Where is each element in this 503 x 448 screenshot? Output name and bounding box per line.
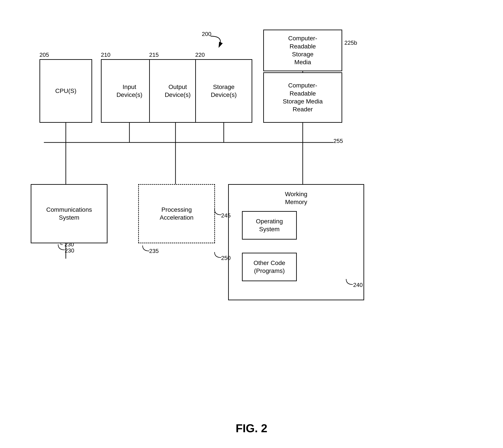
ref-220: 220 [195, 51, 205, 58]
ref-200: 200 [202, 31, 211, 37]
ref-215: 215 [149, 51, 159, 58]
output-label: OutputDevice(s) [165, 83, 191, 99]
ref-245-text: 245 [221, 212, 231, 219]
ref-235-text: 235 [149, 248, 159, 255]
proc-label: ProcessingAcceleration [160, 206, 193, 222]
ref-205: 205 [39, 51, 49, 58]
comm-box: CommunicationsSystem [31, 184, 107, 243]
os-box: OperatingSystem [242, 211, 297, 240]
storage-label: StorageDevice(s) [211, 83, 237, 99]
crsm-box: Computer-ReadableStorageMedia [263, 30, 342, 71]
crsm-reader-box: Computer-ReadableStorage MediaReader [263, 72, 342, 123]
crsm-label: Computer-ReadableStorageMedia [288, 34, 317, 66]
ref-250-text: 250 [221, 255, 231, 261]
ref-210: 210 [101, 51, 110, 58]
cpu-box: CPU(S) [39, 59, 92, 123]
ref-225b: 225b [344, 39, 357, 46]
ref-230-text: 230 [65, 247, 74, 254]
working-memory-title: WorkingMemory [229, 190, 364, 206]
crsm-reader-label: Computer-ReadableStorage MediaReader [283, 81, 323, 113]
working-memory-box: WorkingMemory OperatingSystem Other Code… [228, 184, 364, 300]
ref-255: 255 [334, 138, 343, 144]
ref-240-text: 240 [353, 282, 363, 288]
os-label: OperatingSystem [256, 217, 283, 233]
diagram: 200 205 CPU(S) 210 InputDevice(s) 215 Ou… [22, 17, 483, 412]
storage-box: StorageDevice(s) [195, 59, 252, 123]
other-code-box: Other Code(Programs) [242, 253, 297, 281]
comm-label: CommunicationsSystem [46, 206, 92, 222]
fig-caption: FIG. 2 [235, 422, 267, 435]
other-code-label: Other Code(Programs) [253, 259, 285, 275]
input-label: InputDevice(s) [117, 83, 142, 99]
proc-box: ProcessingAcceleration [138, 184, 215, 243]
